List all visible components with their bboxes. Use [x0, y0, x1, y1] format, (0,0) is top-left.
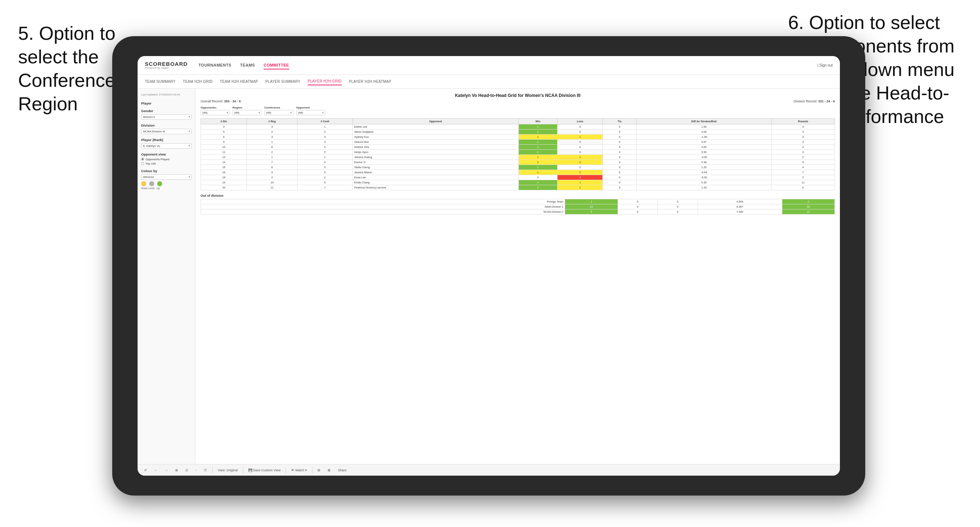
cell-win: 2 [519, 160, 557, 165]
toolbar-clear[interactable]: ∅ [183, 468, 191, 473]
table-row: 6 3 3 Sydney Kuo 1 1 0 -1.00 3 [201, 135, 835, 140]
toolbar-forward[interactable]: → [162, 468, 170, 473]
opponent-label: Opponent [296, 106, 325, 109]
toolbar-divider-4 [312, 467, 312, 473]
cell-win: 1 [519, 165, 557, 170]
nav-sign-out[interactable]: | Sign out [818, 63, 833, 67]
toolbar-grid[interactable]: ⊞ [173, 468, 180, 473]
toolbar-watch[interactable]: 👁 Watch ▾ [289, 468, 309, 473]
division-select[interactable]: NCAA Division III NCAA Division I NCAA D… [141, 129, 191, 134]
out-cell-diff: 9.267 [698, 204, 782, 210]
out-cell-rounds: 2 [782, 199, 835, 204]
app: SCOREBOARD Powered by clippd TOURNAMENTS… [138, 56, 840, 476]
cell-conf: 3 [297, 145, 353, 150]
toolbar-back[interactable]: ← [152, 468, 160, 473]
cell-diff: 1.25 [636, 165, 772, 170]
cell-reg: 10 [247, 180, 297, 185]
data-table: # Div # Reg # Conf Opponent Win Loss Tie… [200, 118, 835, 190]
subnav-team-summary[interactable]: TEAM SUMMARY [145, 78, 176, 85]
opponent-select[interactable]: (All) [296, 110, 325, 115]
division-select-wrap: NCAA Division III NCAA Division I NCAA D… [141, 129, 191, 134]
radio-dot-2 [141, 162, 144, 165]
cell-opponent: Heejo Hyun [353, 150, 519, 155]
toolbar-share-grid[interactable]: ⊞ [315, 468, 323, 473]
toolbar-undo[interactable]: ↺ [142, 468, 149, 473]
toolbar-share[interactable]: Share [336, 468, 348, 473]
sidebar: Last Updated: 27/03/2024 04:44 Player Ge… [138, 89, 196, 464]
table-row: 14 7 4 Eunice Yi 2 2 0 0.38 9 [201, 160, 835, 165]
cell-loss: 0 [557, 130, 603, 135]
gender-select[interactable]: Women's Men's [141, 114, 191, 120]
cell-rounds: 2 [772, 175, 835, 180]
cell-conf: 7 [297, 185, 353, 190]
region-select[interactable]: (All) [232, 110, 261, 115]
cell-win: 1 [519, 150, 557, 155]
cell-reg: 3 [247, 135, 297, 140]
overall-record: Overall Record: 353 - 34 - 6 [200, 100, 241, 103]
subnav-player-h2h-grid[interactable]: PLAYER H2H GRID [308, 78, 342, 85]
toolbar-save-custom[interactable]: 💾 Save Custom View [246, 468, 283, 473]
division-label: Division [141, 123, 191, 127]
cell-win: 1 [519, 130, 557, 135]
toolbar-time[interactable]: ⏱ [202, 468, 209, 473]
header-win: Win [519, 119, 557, 124]
subnav-team-h2h-heatmap[interactable]: TEAM H2H HEATMAP [220, 78, 258, 85]
out-cell-name: NAIA Division 1 [201, 204, 565, 210]
radio-opponents-played[interactable]: Opponents Played [141, 158, 191, 161]
cell-rounds: 2 [772, 155, 835, 160]
nav-teams[interactable]: TEAMS [240, 62, 255, 70]
logo-sub: Powered by clippd [145, 67, 188, 70]
table-row: 18 2 2 Euna Lee 0 2 0 -5.00 2 [201, 175, 835, 180]
table-row: 19 10 6 Emily Chang 4 1 0 0.30 11 [201, 180, 835, 185]
cell-rounds: 6 [772, 185, 835, 190]
colour-section: Colour by Win/loss Down [141, 169, 191, 189]
colour-select[interactable]: Win/loss [141, 175, 191, 180]
cell-conf: 1 [297, 124, 353, 130]
conference-select[interactable]: (All) [264, 110, 293, 115]
cell-conf: 5 [297, 150, 353, 155]
nav-items: TOURNAMENTS TEAMS COMMITTEE [198, 62, 807, 70]
toolbar-dot[interactable]: ◦ [193, 468, 199, 473]
opponents-select[interactable]: (All) [200, 110, 229, 115]
toolbar-share-box[interactable]: ⊠ [325, 468, 333, 473]
top-nav: SCOREBOARD Powered by clippd TOURNAMENTS… [138, 56, 840, 75]
colour-label: Colour by [141, 169, 191, 173]
header-reg: # Reg [247, 119, 297, 124]
cell-win: 2 [519, 185, 557, 190]
cell-reg: 11 [247, 185, 297, 190]
cell-loss: 1 [557, 135, 603, 140]
table-row: 5 2 2 Alexis Sudijanto 1 0 0 4.00 3 [201, 130, 835, 135]
cell-tie: 0 [603, 185, 636, 190]
cell-div: 13 [201, 155, 247, 160]
out-division-title: Out of division [200, 194, 835, 197]
radio-top100[interactable]: Top 100 [141, 162, 191, 165]
cell-diff: -0.94 [636, 170, 772, 175]
toolbar-view-original[interactable]: View: Original [215, 468, 240, 473]
cell-loss: 2 [557, 160, 603, 165]
cell-conf: 4 [297, 140, 353, 145]
subnav-team-h2h-grid[interactable]: TEAM H2H GRID [183, 78, 213, 85]
out-cell-tie: 0 [658, 210, 698, 214]
subnav-player-h2h-heatmap[interactable]: PLAYER H2H HEATMAP [349, 78, 391, 85]
cell-rounds: 11 [772, 180, 835, 185]
logo: SCOREBOARD Powered by clippd [145, 61, 188, 70]
cell-diff: 4.00 [636, 145, 772, 150]
cell-opponent: Emily Chang [353, 180, 519, 185]
nav-committee[interactable]: COMMITTEE [264, 62, 289, 70]
player-rank-select[interactable]: 8. Katelyn Vo [141, 143, 191, 149]
table-row: 11 2 5 Heejo Hyun 1 0 0 3.33 3 [201, 150, 835, 155]
header-conf: # Conf [297, 119, 353, 124]
nav-tournaments[interactable]: TOURNAMENTS [198, 62, 231, 70]
grid-area: Katelyn Vo Head-to-Head Grid for Women's… [196, 89, 840, 464]
region-label: Region [232, 106, 261, 109]
subnav-player-summary[interactable]: PLAYER SUMMARY [266, 78, 301, 85]
cell-tie: 0 [603, 165, 636, 170]
cell-div: 18 [201, 175, 247, 180]
cell-loss: 1 [557, 180, 603, 185]
toolbar-divider-3 [286, 467, 286, 473]
out-cell-win: 1 [565, 199, 617, 204]
cell-tie: 0 [603, 175, 636, 180]
opponent-select-wrapper: (All) [296, 110, 325, 115]
cell-reg: 3 [247, 170, 297, 175]
cell-rounds: 4 [772, 124, 835, 130]
